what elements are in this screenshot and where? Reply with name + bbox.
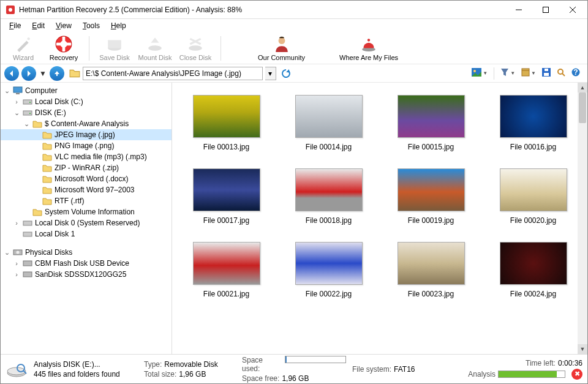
svg-point-37 <box>29 113 31 114</box>
nav-up-button[interactable] <box>50 66 64 81</box>
maximize-button[interactable] <box>532 1 559 18</box>
tree-item-zip[interactable]: ZIP - WinRAR (.zip) <box>1 162 172 173</box>
analysis-progress-bar <box>498 371 565 378</box>
status-analysis-key: Analysis <box>468 370 496 378</box>
nav-history-dropdown[interactable]: ▼ <box>39 69 47 78</box>
menu-file[interactable]: File <box>4 20 26 31</box>
scroll-down-arrow[interactable]: ▼ <box>578 344 587 354</box>
file-item[interactable]: File 00020.jpg <box>485 168 581 236</box>
file-item[interactable]: File 00013.jpg <box>178 95 274 162</box>
menu-help[interactable]: Help <box>106 20 131 31</box>
file-item[interactable]: File 00015.jpg <box>383 95 479 162</box>
file-name-label: File 00023.jpg <box>408 290 454 298</box>
svg-rect-27 <box>545 69 548 71</box>
help-button[interactable]: ? <box>571 68 580 78</box>
mount-disk-button[interactable]: Mount Disk <box>137 34 173 63</box>
tree-item-docx[interactable]: Microsoft Word (.docx) <box>1 173 172 184</box>
file-item[interactable]: File 00024.jpg <box>485 242 581 309</box>
tree-item-caa[interactable]: ⌄ $ Content-Aware Analysis <box>1 118 172 129</box>
view-options-button[interactable]: ▼ <box>521 68 536 78</box>
tree-item-physical[interactable]: ⌄ Physical Disks <box>1 247 172 258</box>
file-item[interactable]: File 00019.jpg <box>383 168 479 236</box>
tree-item-disk-e[interactable]: ⌄ DISK (E:) <box>1 107 172 118</box>
file-name-label: File 00015.jpg <box>408 143 454 151</box>
drive-icon <box>23 97 32 107</box>
save-button[interactable] <box>542 68 551 78</box>
menu-tools[interactable]: Tools <box>78 20 105 31</box>
status-analysis: Analysis DISK (E:)... 445 files and fold… <box>34 360 138 378</box>
tree-item-jpeg[interactable]: JPEG Image (.jpg) <box>1 129 172 140</box>
address-dropdown[interactable]: ▾ <box>265 67 276 80</box>
vertical-scrollbar[interactable]: ▲ ▼ <box>578 83 587 354</box>
tree-item-local-c[interactable]: › Local Disk (C:) <box>1 96 172 107</box>
folder-icon <box>42 196 52 206</box>
tree-item-sandisk[interactable]: › SanDisk SDSSDX120GG25 <box>1 269 172 280</box>
status-analysis-label: Analysis DISK (E:)... <box>34 360 138 369</box>
tree-item-cbm[interactable]: › CBM Flash Disk USB Device <box>1 258 172 269</box>
tree-item-doc[interactable]: Microsoft Word 97–2003 <box>1 184 172 195</box>
status-free-val: 1,96 GB <box>282 374 309 383</box>
scroll-handle[interactable] <box>579 92 586 123</box>
refresh-button[interactable] <box>279 67 293 80</box>
file-item[interactable]: File 00018.jpg <box>281 168 377 236</box>
file-name-label: File 00020.jpg <box>510 216 556 225</box>
where-files-label: Where Are My Files <box>339 54 398 61</box>
file-item[interactable]: File 00021.jpg <box>178 242 274 309</box>
status-space-col: Space used: Space free:1,96 GB <box>242 356 346 383</box>
nav-forward-button[interactable] <box>21 66 36 81</box>
folder-icon <box>42 174 52 184</box>
status-type-key: Type: <box>144 360 162 369</box>
hdd-icon <box>23 258 32 268</box>
file-item[interactable]: File 00014.jpg <box>281 95 377 162</box>
tree-item-computer[interactable]: ⌄ Computer <box>1 85 172 96</box>
tree-item-ld1[interactable]: Local Disk 1 <box>1 228 172 239</box>
view-mode-button[interactable]: ▼ <box>472 68 488 78</box>
file-item[interactable]: File 00023.jpg <box>383 242 479 309</box>
file-name-label: File 00018.jpg <box>306 216 352 225</box>
drive-icon <box>23 218 32 228</box>
svg-rect-10 <box>55 42 72 45</box>
status-time-key: Time left: <box>526 359 556 367</box>
file-name-label: File 00024.jpg <box>510 290 556 298</box>
search-button[interactable] <box>557 68 565 78</box>
svg-rect-33 <box>16 93 20 94</box>
computer-icon <box>13 86 23 96</box>
tree-item-vlc[interactable]: VLC media file (mp3) (.mp3) <box>1 151 172 162</box>
minimize-button[interactable] <box>505 1 532 18</box>
tree-item-rtf[interactable]: RTF (.rtf) <box>1 195 172 206</box>
toolbar-separator <box>494 67 494 80</box>
thumbnail <box>193 95 260 138</box>
folder-tree[interactable]: ⌄ Computer › Local Disk (C:) ⌄ DISK (E:)… <box>1 83 172 354</box>
thumbnail <box>500 95 567 138</box>
status-progress-col: Time left:0:00:36 Analysis ✖ <box>438 359 582 380</box>
wizard-button[interactable]: Wizard <box>6 34 41 63</box>
svg-rect-3 <box>543 7 549 12</box>
recovery-button[interactable]: Recovery <box>46 34 81 63</box>
menu-view[interactable]: View <box>51 20 77 31</box>
drive-icon <box>23 108 32 118</box>
scroll-up-arrow[interactable]: ▲ <box>578 83 587 92</box>
tree-item-png[interactable]: PNG Image (.png) <box>1 140 172 151</box>
where-files-button[interactable]: Where Are My Files <box>339 34 398 63</box>
address-input[interactable] <box>83 67 263 80</box>
nav-back-button[interactable] <box>4 66 19 81</box>
svg-point-41 <box>17 251 20 254</box>
floppy-icon <box>542 68 551 78</box>
file-item[interactable]: File 00016.jpg <box>485 95 581 162</box>
file-item[interactable]: File 00022.jpg <box>281 242 377 309</box>
mount-disk-label: Mount Disk <box>138 54 172 61</box>
recovery-label: Recovery <box>50 54 78 61</box>
statusbar: Analysis DISK (E:)... 445 files and fold… <box>1 354 587 383</box>
file-name-label: File 00017.jpg <box>203 216 249 225</box>
tree-item-ld0[interactable]: › Local Disk 0 (System Reserved) <box>1 217 172 228</box>
close-button[interactable] <box>559 1 586 18</box>
filter-button[interactable]: ▼ <box>500 68 515 78</box>
thumbnail <box>398 95 465 138</box>
stop-analysis-button[interactable]: ✖ <box>571 369 582 380</box>
save-disk-button[interactable]: Save Disk <box>97 34 132 63</box>
tree-item-svi[interactable]: System Volume Information <box>1 206 172 217</box>
close-disk-button[interactable]: Close Disk <box>178 34 213 63</box>
community-button[interactable]: Our Community <box>258 34 305 63</box>
menu-edit[interactable]: Edit <box>27 20 50 31</box>
file-item[interactable]: File 00017.jpg <box>178 168 274 236</box>
